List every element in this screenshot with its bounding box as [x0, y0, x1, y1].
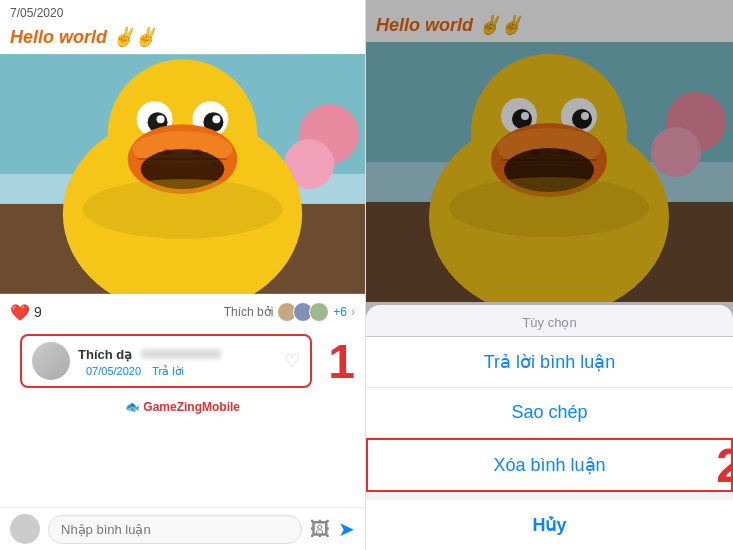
- gallery-icon[interactable]: 🖼: [310, 518, 330, 541]
- comment-content: Thích dạ 07/05/2020 Trả lời: [78, 345, 276, 378]
- comment-meta: 07/05/2020 Trả lời: [78, 365, 276, 378]
- sheet-gap: [366, 492, 733, 500]
- action-sheet: Tùy chọn Trả lời bình luận Sao chép Xóa …: [366, 305, 733, 550]
- post-date: 7/05/2020: [0, 0, 365, 24]
- watermark-text: GameZingMobile: [143, 400, 240, 414]
- left-panel: 7/05/2020 Hello world ✌️✌️: [0, 0, 366, 550]
- action-sheet-title: Tùy chọn: [366, 305, 733, 336]
- left-number-badge: 1: [328, 334, 355, 389]
- post-actions: ❤️ 9 Thích bởi +6 ›: [0, 294, 365, 326]
- reply-comment-label: Trả lời bình luận: [484, 352, 615, 372]
- liked-by: Thích bởi +6 ›: [224, 302, 355, 322]
- input-icons: 🖼 ➤: [310, 517, 355, 541]
- reply-link[interactable]: Trả lời: [152, 365, 184, 377]
- duck-image-left: [0, 54, 365, 294]
- comment-text-blur: [141, 349, 221, 359]
- input-avatar: [10, 514, 40, 544]
- svg-point-19: [83, 179, 282, 239]
- right-number-badge: 2: [716, 438, 733, 493]
- svg-point-11: [157, 115, 165, 123]
- comment-row[interactable]: Thích dạ 07/05/2020 Trả lời ♡: [20, 334, 312, 388]
- comment-author: Thích dạ: [78, 347, 132, 362]
- liked-by-label: Thích bởi: [224, 305, 274, 319]
- watermark: 🐟 GameZingMobile: [0, 396, 365, 418]
- chevron-right-icon: ›: [351, 305, 355, 319]
- action-sheet-overlay: Tùy chọn Trả lời bình luận Sao chép Xóa …: [366, 0, 733, 550]
- action-cancel[interactable]: Hủy: [366, 500, 733, 550]
- action-copy[interactable]: Sao chép: [366, 388, 733, 438]
- comment-date: 07/05/2020: [86, 365, 141, 377]
- send-icon[interactable]: ➤: [338, 517, 355, 541]
- delete-row: Xóa bình luận 2: [366, 438, 733, 492]
- avatar-stack: [277, 302, 329, 322]
- comment-avatar: [32, 342, 70, 380]
- right-panel: Hello world ✌️✌️ Tùy c: [366, 0, 733, 550]
- svg-point-12: [212, 115, 220, 123]
- hello-world-left: Hello world ✌️✌️: [0, 24, 365, 54]
- comment-input[interactable]: [48, 515, 302, 544]
- copy-label: Sao chép: [511, 402, 587, 422]
- cancel-label: Hủy: [532, 515, 566, 535]
- likes-section: ❤️ 9: [10, 303, 42, 322]
- mini-avatar-3: [309, 302, 329, 322]
- action-reply-comment[interactable]: Trả lời bình luận: [366, 337, 733, 388]
- action-delete-comment[interactable]: Xóa bình luận: [366, 438, 733, 492]
- more-count: +6: [333, 305, 347, 319]
- heart-icon: ❤️: [10, 303, 30, 322]
- input-bar: 🖼 ➤: [0, 507, 365, 550]
- likes-count: 9: [34, 304, 42, 320]
- delete-label: Xóa bình luận: [493, 455, 605, 475]
- comment-heart-icon[interactable]: ♡: [284, 350, 300, 372]
